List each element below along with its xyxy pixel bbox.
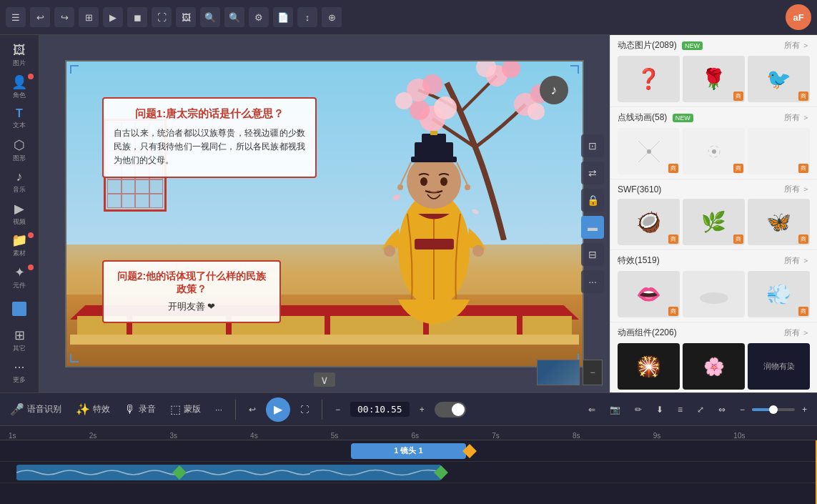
toolbar-grid-icon[interactable]: ⊞	[79, 7, 99, 27]
toolbar-back-icon[interactable]: ↩	[30, 7, 50, 27]
dot-see-all[interactable]: 所有 ＞	[784, 112, 810, 123]
toolbar-forward-icon[interactable]: ↪	[54, 7, 74, 27]
sidebar-item-music[interactable]: ♪ 音乐	[4, 167, 35, 196]
sidebar-item-characters[interactable]: 👤 角色	[4, 72, 35, 101]
play-button[interactable]: ▶	[266, 397, 290, 422]
toolbar-resize-icon[interactable]: ↕	[297, 7, 317, 27]
lock-button[interactable]: 🔒	[581, 189, 604, 212]
asset-comp2[interactable]: 🌸	[683, 343, 745, 390]
sidebar-item-images[interactable]: 🖼 图片	[4, 41, 35, 69]
ruler-mark-1s: 1s	[9, 432, 89, 440]
asset-smoke-badge: 商	[798, 307, 808, 316]
crop-button[interactable]: ⊡	[581, 134, 604, 157]
sidebar-item-components[interactable]: ✦ 元件	[4, 263, 35, 292]
zoom-out-button[interactable]: −	[736, 402, 749, 417]
music-button[interactable]: ♪	[540, 76, 568, 104]
asset-question[interactable]: ❓	[618, 56, 680, 102]
asset-dot3[interactable]: 商	[748, 128, 810, 174]
swap-button[interactable]: ⇔	[714, 402, 730, 417]
asset-rose[interactable]: 🌹 商	[683, 56, 745, 102]
user-avatar[interactable]: aF	[786, 4, 811, 30]
asset-coconut[interactable]: 🥥 商	[618, 199, 680, 245]
download-button[interactable]: ⬇	[652, 402, 668, 417]
section-special-effects: 特效(1519) 所有 ＞ 👄 商 💨 商	[610, 250, 817, 322]
sidebar-label-components: 元件	[13, 281, 26, 290]
timeline-ruler: 1s 2s 3s 4s 5s 6s 7s 8s 9s 10s	[0, 426, 817, 440]
toolbar-img-icon[interactable]: 🖼	[176, 7, 196, 27]
asset-effect2[interactable]	[683, 271, 745, 317]
text-box-question1[interactable]: 问题1:唐太宗的话是什么意思？ 自古以来，统治者都以汉族尊贵，轻视边疆的少数民族…	[102, 97, 317, 178]
zoom-slider[interactable]	[752, 408, 795, 411]
sidebar-item-shapes[interactable]: ⬡ 图形	[4, 136, 35, 164]
asset-dot1[interactable]: 商	[618, 128, 680, 174]
asset-dot2[interactable]: 商	[683, 128, 745, 174]
asset-butterfly[interactable]: 🦋 商	[748, 199, 810, 245]
svg-point-36	[700, 292, 728, 304]
arrow-button[interactable]: ⇐	[584, 402, 600, 417]
rect-button[interactable]: ▬	[581, 216, 604, 239]
images-icon: 🖼	[13, 43, 26, 58]
toolbar-menu-icon[interactable]: ☰	[6, 7, 26, 27]
toolbar-search1-icon[interactable]: 🔍	[200, 7, 220, 27]
sidebar-item-video[interactable]: ▶ 视频	[4, 199, 35, 228]
toggle-switch[interactable]	[435, 402, 466, 417]
asset-bird[interactable]: 🐦 商	[748, 56, 810, 102]
toolbar-settings-icon[interactable]: ⚙	[249, 7, 269, 27]
video-clip[interactable]: 1 镜头 1	[351, 443, 465, 459]
toolbar-play-icon[interactable]: ▶	[103, 7, 123, 27]
asset-comp1[interactable]: 🎇	[618, 343, 680, 390]
effects-see-all[interactable]: 所有 ＞	[784, 255, 810, 266]
audio-segment2[interactable]	[310, 465, 441, 480]
filter-button[interactable]: ≡	[673, 402, 687, 417]
effects-button[interactable]: ✨ 特效	[71, 400, 114, 419]
asset-smoke[interactable]: 💨 商	[748, 271, 810, 317]
toolbar-add-icon[interactable]: ⊕	[322, 7, 342, 27]
toolbar-divider-2	[322, 400, 322, 420]
camera-button[interactable]: 📷	[605, 402, 625, 417]
minimize-panel-button[interactable]: −	[583, 360, 603, 385]
zoom-handle[interactable]	[769, 405, 778, 414]
animated-see-all[interactable]: 所有 ＞	[784, 40, 810, 51]
fullscreen-button[interactable]: ⛶	[296, 402, 313, 417]
canvas-area[interactable]: 问题1:唐太宗的话是什么意思？ 自古以来，统治者都以汉族尊贵，轻视边疆的少数民族…	[39, 35, 610, 392]
minus-time-button[interactable]: −	[331, 402, 345, 417]
sidebar-item-blue-rect[interactable]	[4, 295, 35, 323]
mask-button[interactable]: ⬚ 蒙版	[166, 400, 205, 419]
sidebar-item-other[interactable]: ⊞ 其它	[4, 326, 35, 355]
edit-button[interactable]: ✏	[630, 402, 646, 417]
flip-button[interactable]: ⇄	[581, 162, 604, 184]
timeline-thumbnail	[537, 360, 580, 385]
undo-button[interactable]: ↩	[244, 402, 260, 417]
sidebar-item-text[interactable]: T 文本	[4, 104, 35, 133]
speech-icon: 🎤	[10, 402, 24, 416]
plus-time-button[interactable]: +	[415, 402, 429, 417]
layer-button[interactable]: ⊟	[581, 243, 604, 266]
speech-recognition-button[interactable]: 🎤 语音识别	[6, 400, 66, 419]
components-see-all[interactable]: 所有 ＞	[784, 327, 810, 338]
waveform-svg2	[310, 465, 441, 480]
asset-comp3[interactable]: 润物有染	[748, 343, 810, 390]
asset-lips[interactable]: 👄 商	[618, 271, 680, 317]
minus-time-icon: −	[335, 405, 340, 415]
asset-plant[interactable]: 🌿 商	[683, 199, 745, 245]
svg-point-29	[397, 184, 403, 190]
characters-badge	[28, 74, 34, 79]
toolbar-search2-icon[interactable]: 🔍	[224, 7, 244, 27]
text-box-question2[interactable]: 问题2:他的话体现了什么样的民族政策？ 开明友善 ❤	[102, 260, 281, 323]
svg-point-20	[407, 154, 461, 209]
more-button[interactable]: ···	[211, 402, 227, 417]
sidebar-item-more[interactable]: ··· 更多	[4, 358, 35, 387]
toolbar-stop-icon[interactable]: ◼	[127, 7, 147, 27]
toolbar-doc-icon[interactable]: 📄	[273, 7, 293, 27]
expand-button[interactable]: ⤢	[693, 402, 708, 417]
zoom-in-button[interactable]: +	[798, 402, 811, 417]
sidebar-item-materials[interactable]: 📁 素材	[4, 231, 35, 260]
toolbar-expand-icon[interactable]: ⛶	[152, 7, 172, 27]
dot-animation-preview2	[700, 137, 728, 166]
record-button[interactable]: 🎙 录音	[120, 400, 160, 419]
expand-panel-button[interactable]: ∨	[314, 372, 335, 387]
swf-see-all[interactable]: 所有 ＞	[784, 184, 810, 194]
asset-rose-icon: 🌹	[701, 67, 726, 91]
more-options-button[interactable]: ···	[581, 270, 604, 293]
record-label: 录音	[139, 403, 156, 415]
